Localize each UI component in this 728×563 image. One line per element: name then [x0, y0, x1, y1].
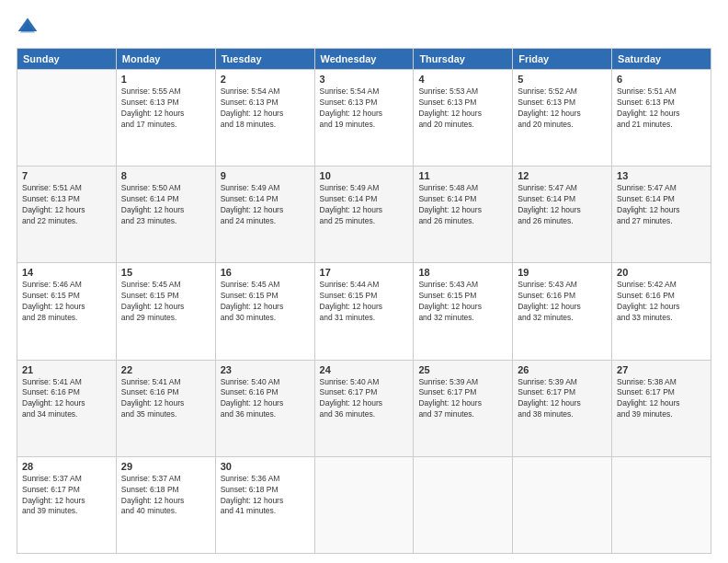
- day-cell: 13Sunrise: 5:47 AM Sunset: 6:14 PM Dayli…: [612, 167, 711, 263]
- day-number: 30: [221, 461, 310, 472]
- day-cell: 23Sunrise: 5:40 AM Sunset: 6:16 PM Dayli…: [215, 360, 314, 456]
- day-info: Sunrise: 5:41 AM Sunset: 6:16 PM Dayligh…: [22, 377, 111, 421]
- day-number: 14: [22, 267, 111, 278]
- day-info: Sunrise: 5:42 AM Sunset: 6:16 PM Dayligh…: [617, 280, 706, 324]
- logo: [17, 17, 42, 39]
- week-row-1: 1Sunrise: 5:55 AM Sunset: 6:13 PM Daylig…: [17, 70, 711, 167]
- day-cell: [314, 456, 414, 553]
- day-cell: 9Sunrise: 5:49 AM Sunset: 6:14 PM Daylig…: [215, 167, 314, 263]
- day-cell: 11Sunrise: 5:48 AM Sunset: 6:14 PM Dayli…: [414, 167, 513, 263]
- header-cell-thursday: Thursday: [414, 49, 513, 70]
- day-cell: 5Sunrise: 5:52 AM Sunset: 6:13 PM Daylig…: [513, 70, 612, 167]
- day-number: 13: [617, 170, 706, 181]
- day-cell: 19Sunrise: 5:43 AM Sunset: 6:16 PM Dayli…: [513, 263, 612, 360]
- day-cell: [513, 456, 612, 553]
- day-cell: 18Sunrise: 5:43 AM Sunset: 6:15 PM Dayli…: [414, 263, 513, 360]
- day-number: 11: [418, 170, 507, 181]
- day-info: Sunrise: 5:47 AM Sunset: 6:14 PM Dayligh…: [518, 183, 607, 227]
- day-info: Sunrise: 5:45 AM Sunset: 6:15 PM Dayligh…: [221, 280, 310, 324]
- day-number: 24: [320, 364, 409, 375]
- calendar-table: SundayMondayTuesdayWednesdayThursdayFrid…: [17, 48, 711, 554]
- day-info: Sunrise: 5:50 AM Sunset: 6:14 PM Dayligh…: [121, 183, 210, 227]
- logo-icon: [17, 17, 39, 39]
- day-cell: 24Sunrise: 5:40 AM Sunset: 6:17 PM Dayli…: [314, 360, 414, 456]
- day-cell: 7Sunrise: 5:51 AM Sunset: 6:13 PM Daylig…: [17, 167, 117, 263]
- day-number: 6: [617, 74, 706, 85]
- day-number: 25: [418, 364, 507, 375]
- day-info: Sunrise: 5:53 AM Sunset: 6:13 PM Dayligh…: [418, 86, 507, 131]
- day-info: Sunrise: 5:43 AM Sunset: 6:15 PM Dayligh…: [418, 280, 507, 324]
- page: SundayMondayTuesdayWednesdayThursdayFrid…: [0, 0, 728, 563]
- day-info: Sunrise: 5:54 AM Sunset: 6:13 PM Dayligh…: [320, 86, 409, 131]
- day-number: 7: [22, 170, 111, 181]
- day-info: Sunrise: 5:54 AM Sunset: 6:13 PM Dayligh…: [221, 86, 310, 131]
- day-info: Sunrise: 5:52 AM Sunset: 6:13 PM Dayligh…: [518, 86, 607, 131]
- day-cell: 20Sunrise: 5:42 AM Sunset: 6:16 PM Dayli…: [612, 263, 711, 360]
- day-info: Sunrise: 5:40 AM Sunset: 6:17 PM Dayligh…: [320, 377, 409, 421]
- day-info: Sunrise: 5:49 AM Sunset: 6:14 PM Dayligh…: [320, 183, 409, 227]
- day-number: 22: [121, 364, 210, 375]
- day-info: Sunrise: 5:40 AM Sunset: 6:16 PM Dayligh…: [221, 377, 310, 421]
- day-number: 4: [418, 74, 507, 85]
- day-cell: [17, 70, 117, 167]
- week-row-3: 14Sunrise: 5:46 AM Sunset: 6:15 PM Dayli…: [17, 263, 711, 360]
- day-info: Sunrise: 5:46 AM Sunset: 6:15 PM Dayligh…: [22, 280, 111, 324]
- week-row-4: 21Sunrise: 5:41 AM Sunset: 6:16 PM Dayli…: [17, 360, 711, 456]
- day-number: 12: [518, 170, 607, 181]
- day-number: 10: [320, 170, 409, 181]
- day-cell: [414, 456, 513, 553]
- calendar-header: SundayMondayTuesdayWednesdayThursdayFrid…: [17, 49, 711, 70]
- day-number: 26: [518, 364, 607, 375]
- header-row: SundayMondayTuesdayWednesdayThursdayFrid…: [17, 49, 711, 70]
- day-cell: 16Sunrise: 5:45 AM Sunset: 6:15 PM Dayli…: [215, 263, 314, 360]
- day-cell: 28Sunrise: 5:37 AM Sunset: 6:17 PM Dayli…: [17, 456, 117, 553]
- day-number: 1: [121, 74, 210, 85]
- calendar-body: 1Sunrise: 5:55 AM Sunset: 6:13 PM Daylig…: [17, 70, 711, 554]
- day-number: 19: [518, 267, 607, 278]
- day-info: Sunrise: 5:38 AM Sunset: 6:17 PM Dayligh…: [617, 377, 706, 421]
- day-cell: 26Sunrise: 5:39 AM Sunset: 6:17 PM Dayli…: [513, 360, 612, 456]
- day-info: Sunrise: 5:39 AM Sunset: 6:17 PM Dayligh…: [418, 377, 507, 421]
- day-cell: 2Sunrise: 5:54 AM Sunset: 6:13 PM Daylig…: [215, 70, 314, 167]
- day-cell: 12Sunrise: 5:47 AM Sunset: 6:14 PM Dayli…: [513, 167, 612, 263]
- day-number: 8: [121, 170, 210, 181]
- day-number: 21: [22, 364, 111, 375]
- day-info: Sunrise: 5:48 AM Sunset: 6:14 PM Dayligh…: [418, 183, 507, 227]
- day-info: Sunrise: 5:37 AM Sunset: 6:18 PM Dayligh…: [121, 474, 210, 518]
- day-number: 5: [518, 74, 607, 85]
- day-number: 29: [121, 461, 210, 472]
- day-cell: 10Sunrise: 5:49 AM Sunset: 6:14 PM Dayli…: [314, 167, 414, 263]
- day-cell: 27Sunrise: 5:38 AM Sunset: 6:17 PM Dayli…: [612, 360, 711, 456]
- week-row-2: 7Sunrise: 5:51 AM Sunset: 6:13 PM Daylig…: [17, 167, 711, 263]
- day-cell: 17Sunrise: 5:44 AM Sunset: 6:15 PM Dayli…: [314, 263, 414, 360]
- day-cell: 25Sunrise: 5:39 AM Sunset: 6:17 PM Dayli…: [414, 360, 513, 456]
- day-number: 20: [617, 267, 706, 278]
- header-cell-friday: Friday: [513, 49, 612, 70]
- header-cell-sunday: Sunday: [17, 49, 117, 70]
- header-cell-saturday: Saturday: [612, 49, 711, 70]
- day-info: Sunrise: 5:37 AM Sunset: 6:17 PM Dayligh…: [22, 474, 111, 518]
- day-number: 18: [418, 267, 507, 278]
- day-cell: 14Sunrise: 5:46 AM Sunset: 6:15 PM Dayli…: [17, 263, 117, 360]
- day-cell: 21Sunrise: 5:41 AM Sunset: 6:16 PM Dayli…: [17, 360, 117, 456]
- day-info: Sunrise: 5:55 AM Sunset: 6:13 PM Dayligh…: [121, 86, 210, 131]
- header: [17, 17, 711, 39]
- day-info: Sunrise: 5:51 AM Sunset: 6:13 PM Dayligh…: [617, 86, 706, 131]
- day-cell: 3Sunrise: 5:54 AM Sunset: 6:13 PM Daylig…: [314, 70, 414, 167]
- day-cell: 30Sunrise: 5:36 AM Sunset: 6:18 PM Dayli…: [215, 456, 314, 553]
- day-cell: 4Sunrise: 5:53 AM Sunset: 6:13 PM Daylig…: [414, 70, 513, 167]
- day-cell: 1Sunrise: 5:55 AM Sunset: 6:13 PM Daylig…: [116, 70, 215, 167]
- day-info: Sunrise: 5:44 AM Sunset: 6:15 PM Dayligh…: [320, 280, 409, 324]
- day-cell: 8Sunrise: 5:50 AM Sunset: 6:14 PM Daylig…: [116, 167, 215, 263]
- day-info: Sunrise: 5:39 AM Sunset: 6:17 PM Dayligh…: [518, 377, 607, 421]
- day-cell: 29Sunrise: 5:37 AM Sunset: 6:18 PM Dayli…: [116, 456, 215, 553]
- day-number: 3: [320, 74, 409, 85]
- week-row-5: 28Sunrise: 5:37 AM Sunset: 6:17 PM Dayli…: [17, 456, 711, 553]
- day-number: 2: [221, 74, 310, 85]
- day-cell: [612, 456, 711, 553]
- day-number: 27: [617, 364, 706, 375]
- day-number: 28: [22, 461, 111, 472]
- header-cell-monday: Monday: [116, 49, 215, 70]
- day-info: Sunrise: 5:41 AM Sunset: 6:16 PM Dayligh…: [121, 377, 210, 421]
- day-number: 16: [221, 267, 310, 278]
